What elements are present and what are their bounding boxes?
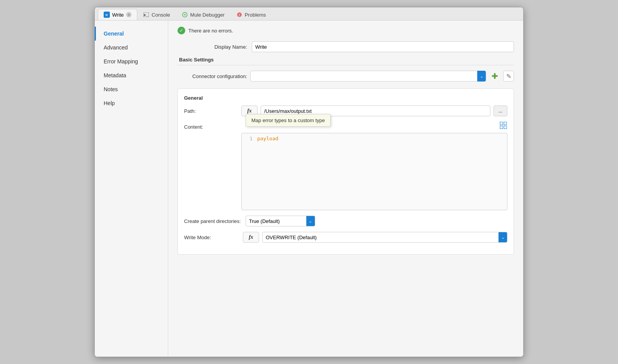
display-name-row: Display Name: [178,41,514,52]
tooltip-text: Map error types to a custom type [251,117,325,123]
tooltip: Map error types to a custom type [246,114,331,127]
fx-icon: fx [247,108,252,114]
svg-rect-8 [504,122,507,125]
basic-settings-header: Basic Settings [178,57,514,65]
tab-problems-label: Problems [245,12,266,18]
svg-text:▶_: ▶_ [144,13,148,17]
add-config-button[interactable]: ✚ [489,71,500,82]
path-label: Path: [184,108,238,114]
content-row: Content: [184,122,507,210]
tab-write-label: Write [112,12,124,18]
create-parent-value: True (Default) [246,218,306,224]
sidebar-item-error-mapping[interactable]: Error Mapping [95,54,168,68]
status-bar: ✓ There are no errors. [178,27,514,34]
sidebar-help-label: Help [104,100,115,106]
tab-console-label: Console [152,12,170,18]
write-tab-icon: W [104,12,110,18]
sidebar-item-notes[interactable]: Notes [95,82,168,96]
main-window: W Write × ▶_ Console Mule Debugger ! Pro… [94,7,524,357]
sidebar-item-advanced[interactable]: Advanced [95,41,168,54]
line-content-1: payload [257,136,278,141]
svg-rect-7 [500,122,503,125]
create-parent-arrow[interactable]: ⌄ [306,216,315,226]
code-line-1: 1 payload [242,133,507,144]
sidebar: General Advanced Error Mapping Metadata … [95,20,168,357]
body: General Advanced Error Mapping Metadata … [95,20,523,357]
tab-debugger-label: Mule Debugger [190,12,225,18]
svg-text:!: ! [239,13,240,17]
content-editor[interactable]: 1 payload [241,133,507,210]
content-grid-icon[interactable] [500,122,507,131]
create-parent-select[interactable]: True (Default) ⌄ [246,216,315,226]
sidebar-general-label: General [104,31,124,37]
general-section: General Path: fx ... Content: [178,88,514,255]
sidebar-notes-label: Notes [104,86,118,92]
write-mode-select[interactable]: OVERWRITE (Default) ⌄ [262,232,507,243]
connector-config-row: Connector configuration: ⌄ ✚ ✎ [178,71,514,82]
content-label: Content: [184,122,238,130]
display-name-label: Display Name: [178,44,247,50]
svg-rect-10 [504,126,507,129]
tab-write[interactable]: W Write × [98,9,137,20]
write-mode-controls: fx OVERWRITE (Default) ⌄ [243,232,507,243]
sidebar-advanced-label: Advanced [104,44,128,51]
general-section-title: General [184,95,203,101]
check-icon: ✓ [179,28,183,33]
content-area-right: 1 payload [241,122,507,210]
tab-mule-debugger[interactable]: Mule Debugger [176,9,230,20]
connector-config-select[interactable]: ⌄ [250,71,486,82]
browse-icon: ... [498,108,502,114]
tab-console[interactable]: ▶_ Console [137,9,176,20]
path-browse-button[interactable]: ... [493,105,507,116]
debugger-icon [182,12,188,18]
write-mode-fx-button[interactable]: fx [243,232,259,243]
path-row: Path: fx ... [184,105,507,116]
status-icon: ✓ [178,27,185,34]
write-mode-arrow[interactable]: ⌄ [498,232,507,243]
write-mode-fx-icon: fx [249,234,253,240]
connector-select-arrow[interactable]: ⌄ [477,71,486,82]
tab-bar: W Write × ▶_ Console Mule Debugger ! Pro… [95,7,523,20]
write-mode-arrow-icon: ⌄ [501,235,505,240]
sidebar-item-help[interactable]: Help [95,96,168,110]
sidebar-error-mapping-label: Error Mapping [104,58,138,65]
console-icon: ▶_ [143,12,149,18]
edit-icon: ✎ [506,73,511,80]
tab-write-close[interactable]: × [126,12,131,17]
svg-text:W: W [105,14,108,17]
write-mode-row: Write Mode: fx OVERWRITE (Default) ⌄ [184,232,507,243]
sidebar-item-metadata[interactable]: Metadata [95,68,168,82]
main-content: ✓ There are no errors. Display Name: Bas… [168,20,523,357]
arrow-down-icon: ⌄ [480,74,483,79]
add-icon: ✚ [492,71,498,81]
tab-problems[interactable]: ! Problems [230,9,272,20]
status-text: There are no errors. [188,28,233,34]
create-parent-label: Create parent directories: [184,218,241,224]
general-section-title-row: General [184,95,507,101]
sidebar-item-general[interactable]: General [95,27,168,41]
write-mode-value: OVERWRITE (Default) [263,235,498,240]
problems-icon: ! [236,12,242,18]
create-parent-row: Create parent directories: True (Default… [184,216,507,226]
write-mode-label: Write Mode: [184,235,238,240]
create-parent-arrow-icon: ⌄ [309,219,312,224]
connector-config-label: Connector configuration: [178,73,247,79]
svg-rect-9 [500,126,503,129]
sidebar-metadata-label: Metadata [104,72,126,78]
line-number-1: 1 [242,136,257,141]
edit-config-button[interactable]: ✎ [503,71,514,82]
display-name-input[interactable] [252,41,514,52]
